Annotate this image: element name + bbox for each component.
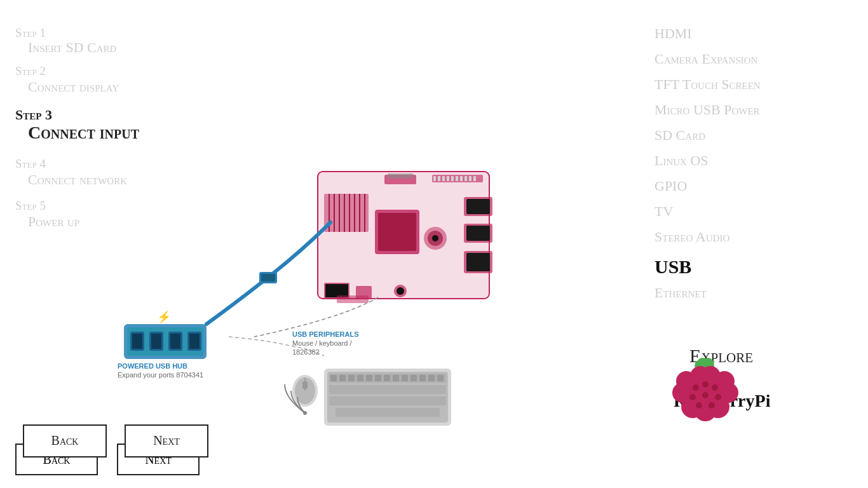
svg-rect-28 <box>388 173 413 179</box>
svg-rect-24 <box>318 172 489 299</box>
svg-rect-47 <box>325 284 348 297</box>
svg-point-114 <box>718 383 738 403</box>
svg-point-108 <box>691 356 719 381</box>
svg-rect-65 <box>127 327 203 356</box>
svg-rect-26 <box>378 213 416 251</box>
svg-text:Step 5: Step 5 <box>15 199 46 212</box>
svg-rect-36 <box>460 176 463 181</box>
svg-rect-83 <box>329 396 446 405</box>
next-button[interactable]: Next <box>117 444 200 475</box>
svg-rect-35 <box>456 176 458 181</box>
svg-rect-93 <box>402 375 408 381</box>
svg-rect-69 <box>151 334 161 349</box>
svg-point-122 <box>689 394 696 400</box>
svg-rect-33 <box>447 176 449 181</box>
svg-rect-86 <box>339 375 346 381</box>
svg-rect-91 <box>384 375 390 381</box>
svg-point-52 <box>424 227 447 250</box>
svg-text:Micro USB Power: Micro USB Power <box>654 102 760 118</box>
svg-point-113 <box>672 383 693 403</box>
svg-rect-39 <box>473 176 476 181</box>
svg-point-117 <box>707 395 729 418</box>
svg-text:Power up: Power up <box>28 214 79 229</box>
svg-text:Connect display: Connect display <box>28 79 119 95</box>
svg-rect-73 <box>189 334 200 349</box>
svg-text:⚡: ⚡ <box>157 310 172 324</box>
svg-rect-77 <box>259 272 277 283</box>
svg-rect-38 <box>469 176 471 181</box>
svg-text:Step 2: Step 2 <box>15 64 46 78</box>
svg-rect-29 <box>432 175 483 182</box>
svg-point-121 <box>712 384 718 391</box>
svg-point-54 <box>432 235 438 241</box>
svg-rect-95 <box>419 375 426 381</box>
svg-rect-92 <box>393 375 399 381</box>
svg-rect-27 <box>384 175 416 184</box>
svg-rect-80 <box>327 372 448 423</box>
svg-text:Connect input: Connect input <box>28 123 140 142</box>
svg-point-120 <box>702 381 709 388</box>
svg-text:SD Card: SD Card <box>654 127 705 143</box>
svg-rect-70 <box>168 332 182 351</box>
svg-rect-101 <box>302 381 308 389</box>
svg-rect-87 <box>348 375 355 381</box>
svg-point-125 <box>696 402 702 409</box>
svg-text:Connect network: Connect network <box>28 172 127 187</box>
svg-rect-31 <box>438 176 440 181</box>
svg-text:Explore: Explore <box>689 345 753 366</box>
svg-rect-88 <box>357 375 363 381</box>
svg-text:USB: USB <box>654 256 691 277</box>
svg-text:Camera Expansion: Camera Expansion <box>654 51 757 67</box>
svg-rect-55 <box>324 194 369 232</box>
svg-rect-32 <box>442 176 445 181</box>
svg-text:Expand your ports 8704341: Expand your ports 8704341 <box>118 371 203 379</box>
svg-point-51 <box>397 287 404 295</box>
svg-rect-72 <box>187 332 201 351</box>
svg-rect-67 <box>132 334 142 349</box>
svg-rect-37 <box>465 176 467 181</box>
svg-point-107 <box>693 355 718 382</box>
svg-rect-81 <box>329 374 446 383</box>
svg-point-119 <box>693 384 699 391</box>
svg-rect-25 <box>375 210 419 254</box>
svg-text:Insert SD Card: Insert SD Card <box>28 39 117 55</box>
svg-rect-64 <box>124 324 207 359</box>
svg-rect-82 <box>329 385 446 394</box>
svg-rect-40 <box>464 197 492 216</box>
svg-rect-49 <box>337 295 369 303</box>
svg-text:Step 4: Step 4 <box>15 157 46 170</box>
svg-rect-71 <box>170 334 180 349</box>
svg-rect-30 <box>433 176 436 181</box>
svg-text:HDMI: HDMI <box>654 25 692 41</box>
svg-rect-48 <box>356 286 372 299</box>
svg-point-106 <box>693 355 718 382</box>
svg-text:GPIO: GPIO <box>654 178 687 194</box>
svg-rect-78 <box>261 274 275 281</box>
svg-point-109 <box>676 371 696 391</box>
back-button[interactable]: Back <box>15 444 98 475</box>
svg-rect-90 <box>375 375 381 381</box>
svg-text:Mouse / keyboard /: Mouse / keyboard / <box>292 339 352 347</box>
svg-rect-45 <box>466 253 490 271</box>
svg-point-50 <box>394 285 407 297</box>
svg-text:TFT Touch Screen: TFT Touch Screen <box>654 76 761 92</box>
svg-rect-85 <box>330 375 337 381</box>
svg-rect-46 <box>324 283 349 299</box>
svg-rect-84 <box>336 408 440 417</box>
svg-point-98 <box>292 375 318 407</box>
svg-point-99 <box>295 377 315 404</box>
svg-text:Step 3: Step 3 <box>15 107 52 123</box>
svg-point-123 <box>702 392 709 398</box>
svg-text:Stereo Audio: Stereo Audio <box>654 229 729 245</box>
svg-rect-68 <box>149 332 163 351</box>
svg-rect-66 <box>130 332 144 351</box>
svg-point-53 <box>428 231 443 246</box>
svg-text:POWERED USB HUB: POWERED USB HUB <box>118 362 187 370</box>
svg-point-115 <box>681 395 704 418</box>
svg-rect-97 <box>437 375 444 381</box>
svg-point-124 <box>715 394 721 400</box>
svg-rect-96 <box>428 375 435 381</box>
svg-point-102 <box>303 411 307 415</box>
svg-rect-44 <box>464 251 492 273</box>
svg-text:TV: TV <box>654 203 673 219</box>
